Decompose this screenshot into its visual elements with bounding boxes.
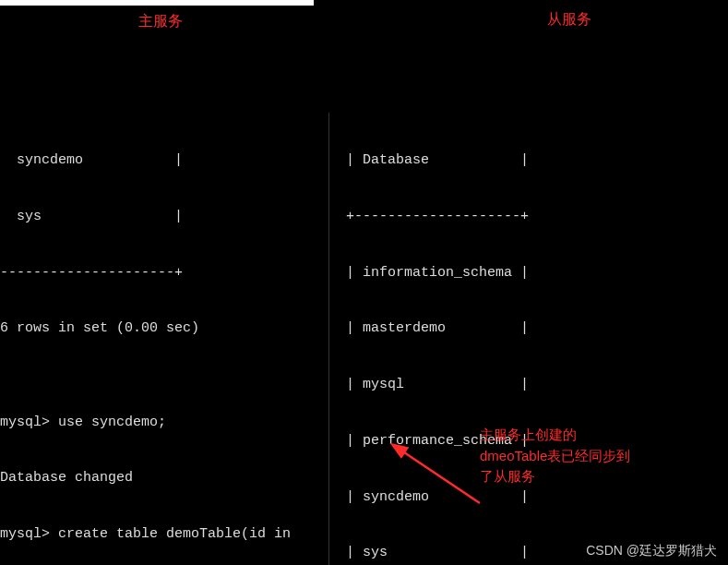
annotation-line: 主服务上创建的 (480, 425, 664, 446)
slave-label: 从服务 (547, 9, 591, 30)
term-line: +--------------------+ (329, 208, 728, 226)
term-line: mysql> use syncdemo; (0, 414, 328, 432)
term-line: 6 rows in set (0.00 sec) (0, 319, 328, 338)
term-line: | mysql | (329, 376, 728, 394)
term-line: sys | (0, 208, 328, 226)
sync-annotation: 主服务上创建的 dmeoTable表已经同步到 了从服务 (480, 425, 664, 487)
window-top-strip (0, 0, 314, 6)
slave-terminal[interactable]: | Database | +--------------------+ | in… (329, 113, 728, 566)
master-label: 主服务 (138, 11, 183, 31)
term-line: syncdemo | (0, 151, 328, 170)
term-line: Database changed (0, 469, 328, 487)
watermark: CSDN @廷达罗斯猎犬 (586, 542, 717, 559)
terminal-split: syncdemo | sys | ---------------------+ … (0, 113, 728, 566)
master-terminal[interactable]: syncdemo | sys | ---------------------+ … (0, 113, 329, 566)
annotation-line: 了从服务 (480, 466, 664, 487)
term-line: ---------------------+ (0, 264, 328, 282)
term-line: | Database | (329, 151, 728, 170)
term-line: | information_schema | (329, 264, 728, 282)
term-line: | masterdemo | (329, 319, 728, 338)
annotation-line: dmeoTable表已经同步到 (480, 446, 664, 467)
term-line: mysql> create table demoTable(id in (0, 525, 328, 544)
term-line: | syncdemo | (329, 488, 728, 507)
